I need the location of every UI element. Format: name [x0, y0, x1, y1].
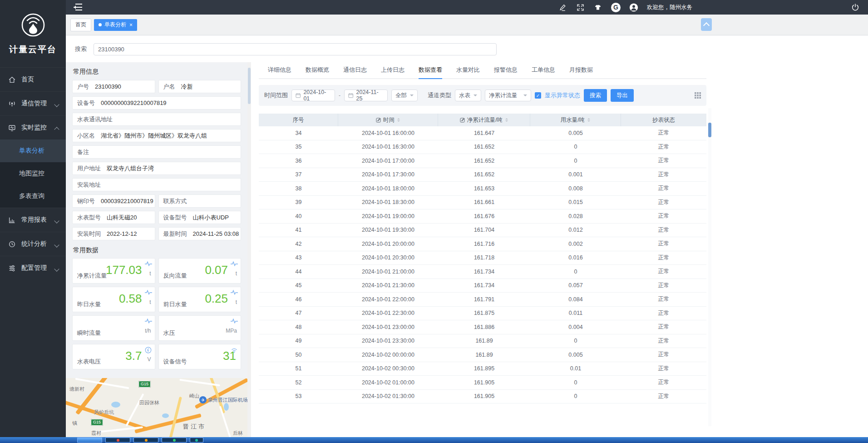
end-date-value: 2024-11-25 [356, 89, 384, 102]
sidebar-item-communication[interactable]: 通信管理 [0, 91, 66, 115]
field-value: 2024-11-25 03:08 [193, 230, 239, 237]
user-avatar-icon[interactable] [629, 3, 638, 12]
scrollbar-thumb[interactable] [248, 68, 251, 104]
abnormal-checkbox-label[interactable]: 显示异常状态 [545, 91, 580, 100]
start-date-input[interactable]: 2024-10-01 [291, 90, 335, 101]
abnormal-checkbox[interactable]: ✓ [535, 92, 541, 99]
cell-status: 正常 [621, 378, 706, 386]
sidebar-item-configuration[interactable]: 配置管理 [0, 256, 66, 280]
cell-usage: 0 [530, 144, 621, 150]
sidebar-item-reports[interactable]: 常用报表 [0, 208, 66, 232]
taskbar-item[interactable] [162, 438, 187, 443]
cell-seq: 44 [259, 269, 338, 275]
content-area: 常用信息 户号 23100390 户名 冷新 设备号 0000000039221… [66, 62, 868, 437]
highway-badge: G15 [138, 381, 151, 388]
tab-comm-log[interactable]: 通信日志 [343, 66, 367, 79]
cell-status: 正常 [621, 129, 706, 137]
metric-value: 0.58 [119, 292, 142, 306]
end-date-input[interactable]: 2024-11-25 [344, 90, 388, 101]
sidebar-item-home[interactable]: 首页 [0, 67, 66, 91]
chevron-down-icon [54, 266, 59, 271]
collapse-sidebar-icon[interactable] [72, 4, 82, 11]
metric-label: 昨日水量 [77, 300, 101, 309]
sort-icons[interactable] [505, 117, 508, 123]
cell-usage: 0.01 [530, 365, 621, 372]
channel-metric-value: 净累计流量 [489, 92, 518, 100]
tab-alarm-info[interactable]: 报警信息 [494, 66, 518, 79]
tab-monthly-report[interactable]: 月报数据 [569, 66, 593, 79]
close-icon[interactable]: × [129, 22, 133, 28]
field-label: 联系方式 [163, 197, 187, 205]
map-label: 塘新村 [69, 386, 84, 393]
field-value: 冷新 [181, 83, 193, 91]
sidebar-item-statistics[interactable]: 统计分析 [0, 232, 66, 256]
cell-seq: 35 [259, 144, 338, 150]
taskbar-item[interactable] [105, 438, 130, 443]
cell-usage: 0.005 [530, 130, 621, 136]
channel-type-select[interactable]: 水表 [455, 90, 481, 101]
tab-data-view[interactable]: 数据查看 [419, 66, 442, 79]
cell-usage: 0.012 [530, 227, 621, 233]
cell-status: 正常 [621, 393, 706, 400]
sort-icons[interactable] [587, 117, 590, 123]
g-badge-icon[interactable]: G [611, 3, 621, 12]
scrollbar-thumb[interactable] [708, 123, 711, 137]
tab-upload-log[interactable]: 上传日志 [381, 66, 404, 79]
sidebar-item-realtime-monitor[interactable]: 实时监控 [0, 115, 66, 139]
os-taskbar [0, 437, 868, 443]
column-net-total[interactable]: 净累计流量/吨 [438, 114, 530, 126]
sidebar-item-multi-meter-query[interactable]: 多表查询 [0, 185, 66, 208]
cell-usage: 0.015 [530, 199, 621, 205]
cell-seq: 36 [259, 158, 338, 164]
field-value: 00000000392210007819 [101, 100, 167, 106]
metric-label: 前日水量 [163, 300, 187, 309]
cell-seq: 48 [259, 324, 338, 330]
tab-work-order[interactable]: 工单信息 [532, 66, 555, 79]
cell-net-total: 161.676 [438, 213, 530, 219]
filter-bar: 时间范围 2024-10-01 - 2024-11-25 全部 通道类型 水表 [259, 85, 706, 106]
taskbar-item[interactable] [190, 438, 203, 443]
cell-usage: 0.028 [530, 213, 621, 219]
cell-status: 正常 [621, 351, 706, 358]
metric-unit: t/h [145, 328, 151, 334]
column-label: 用水量/吨 [561, 116, 585, 124]
sidebar-item-map-monitor[interactable]: 地图监控 [0, 162, 66, 185]
metric-unit: t [236, 299, 237, 305]
sidebar-item-single-meter-analysis[interactable]: 单表分析 [0, 139, 66, 162]
table-row: 52 2024-10-02 01:00:00 161.905 0 正常 [259, 376, 706, 390]
table-scrollbar[interactable] [708, 108, 711, 426]
edit-icon[interactable] [558, 3, 567, 12]
cell-net-total: 161.653 [438, 185, 530, 192]
column-settings-icon[interactable] [695, 92, 701, 99]
location-map[interactable]: G15 G15 塘新村 崎山 田园张林 风炉后坑 镇 晋江市 后林 霞村 ✈ 泉… [66, 378, 247, 437]
cell-status: 正常 [621, 337, 706, 345]
tab-detail-info[interactable]: 详细信息 [268, 66, 291, 79]
tab-data-overview[interactable]: 数据概览 [306, 66, 329, 79]
tag-single-meter-analysis[interactable]: 单表分析 × [94, 19, 137, 31]
taskbar-item[interactable] [133, 438, 158, 443]
sort-icons[interactable] [397, 117, 400, 123]
search-input[interactable] [94, 43, 497, 55]
taskbar-item[interactable] [77, 438, 102, 443]
fullscreen-icon[interactable] [576, 3, 585, 12]
tab-usage-compare[interactable]: 水量对比 [456, 66, 480, 79]
tag-home[interactable]: 首页 [70, 19, 91, 31]
cell-net-total: 161.886 [438, 324, 530, 330]
sidebar-item-label: 配置管理 [21, 264, 47, 272]
theme-shirt-icon[interactable] [593, 3, 602, 12]
metric-card-net-total-flow: 177.03 t 净累计流量 [72, 258, 155, 284]
cell-status: 正常 [621, 309, 706, 317]
back-to-top-button[interactable] [701, 18, 712, 31]
search-button[interactable]: 搜索 [584, 89, 607, 102]
field-label: 安装时间 [77, 230, 101, 238]
field-install-address: 安装地址 [72, 178, 241, 191]
export-button[interactable]: 导出 [611, 89, 634, 102]
app-window: 计量云平台 首页 通信管理 实时监控 [0, 0, 868, 443]
power-icon[interactable] [851, 3, 860, 12]
column-time[interactable]: 时间 [338, 114, 438, 126]
granularity-select[interactable]: 全部 [391, 90, 418, 101]
cell-status: 正常 [621, 365, 706, 373]
channel-metric-select[interactable]: 净累计流量 [485, 90, 531, 101]
column-usage[interactable]: 用水量/吨 [530, 114, 621, 126]
left-panel-scrollbar[interactable] [247, 62, 251, 437]
